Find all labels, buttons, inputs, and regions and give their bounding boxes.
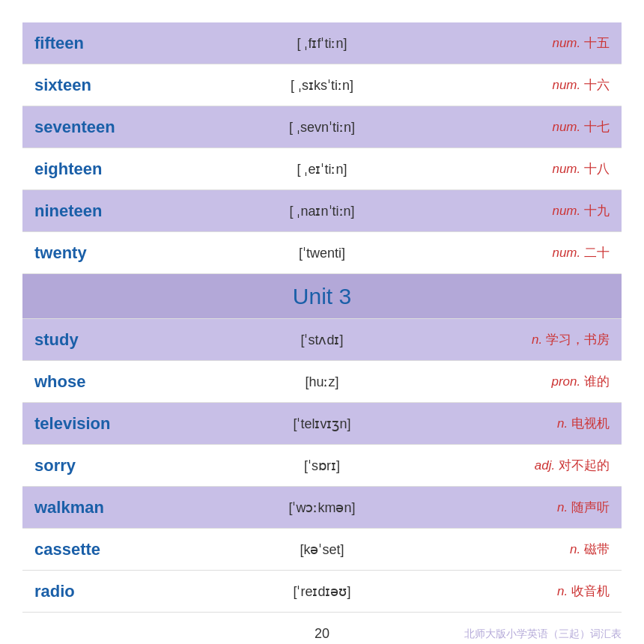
zh-study: 学习，书房 xyxy=(546,332,610,347)
vocab-row-radio: radio[ˈreɪdɪəʊ]n. 收音机 xyxy=(22,571,622,613)
page-number: 20 xyxy=(222,626,422,642)
pos-television: n. xyxy=(557,416,568,431)
word-whose: whose xyxy=(22,366,222,398)
word-study: study xyxy=(22,324,222,356)
vocab-row-walkman: walkman[ˈwɔːkmən]n. 随声听 xyxy=(22,487,622,529)
phonetic-nineteen: [ ˌnaɪnˈtiːn] xyxy=(222,197,422,225)
meaning-television: n. 电视机 xyxy=(422,409,622,438)
meaning-whose: pron. 谁的 xyxy=(422,367,622,396)
phonetic-television: [ˈtelɪvɪʒn] xyxy=(222,410,422,438)
word-sixteen: sixteen xyxy=(22,70,222,101)
zh-cassette: 磁带 xyxy=(584,542,610,556)
pos-walkman: n. xyxy=(557,500,568,514)
unit-header-text: Unit 3 xyxy=(22,275,622,318)
meaning-sixteen: num. 十六 xyxy=(422,70,622,100)
phonetic-sorry: [ˈsɒrɪ] xyxy=(222,452,422,480)
phonetic-twenty: [ˈtwenti] xyxy=(222,239,422,267)
vocab-row-cassette: cassette[kəˈset]n. 磁带 xyxy=(22,529,622,571)
zh-eighteen: 十八 xyxy=(584,162,610,176)
zh-twenty: 二十 xyxy=(584,246,610,260)
vocab-row-nineteen: nineteen[ ˌnaɪnˈtiːn]num. 十九 xyxy=(22,190,622,232)
pos-radio: n. xyxy=(557,584,568,598)
meaning-radio: n. 收音机 xyxy=(422,577,622,606)
zh-walkman: 随声听 xyxy=(571,500,610,514)
page-footer: 20 北师大版小学英语（三起）词汇表 xyxy=(22,626,622,642)
word-television: television xyxy=(22,408,222,440)
zh-radio: 收音机 xyxy=(571,584,610,598)
meaning-sorry: adj. 对不起的 xyxy=(422,451,622,480)
vocab-row-television: television[ˈtelɪvɪʒn]n. 电视机 xyxy=(22,403,622,445)
unit-header: Unit 3 xyxy=(22,274,622,319)
phonetic-walkman: [ˈwɔːkmən] xyxy=(222,493,422,522)
meaning-cassette: n. 磁带 xyxy=(422,535,622,564)
phonetic-whose: [huːz] xyxy=(222,368,422,396)
meaning-nineteen: num. 十九 xyxy=(422,196,622,225)
word-walkman: walkman xyxy=(22,492,222,523)
vocab-row-sixteen: sixteen[ ˌsɪksˈtiːn]num. 十六 xyxy=(22,64,622,106)
meaning-walkman: n. 随声听 xyxy=(422,493,622,522)
pos-fifteen: num. xyxy=(552,36,580,50)
pos-cassette: n. xyxy=(570,542,580,556)
pos-sorry: adj. xyxy=(535,458,555,473)
meaning-eighteen: num. 十八 xyxy=(422,154,622,183)
vocab-row-seventeen: seventeen[ ˌsevnˈtiːn]num. 十七 xyxy=(22,106,622,148)
pos-seventeen: num. xyxy=(552,120,580,134)
phonetic-seventeen: [ ˌsevnˈtiːn] xyxy=(222,113,422,142)
page-container: fifteen[ ˌfɪfˈtiːn]num. 十五sixteen[ ˌsɪks… xyxy=(22,22,622,644)
zh-sorry: 对不起的 xyxy=(559,458,610,473)
zh-sixteen: 十六 xyxy=(584,78,610,92)
vocab-row-twenty: twenty[ˈtwenti]num. 二十 xyxy=(22,232,622,274)
phonetic-radio: [ˈreɪdɪəʊ] xyxy=(222,577,422,606)
zh-whose: 谁的 xyxy=(584,374,610,389)
word-seventeen: seventeen xyxy=(22,112,222,143)
vocab-table: fifteen[ ˌfɪfˈtiːn]num. 十五sixteen[ ˌsɪks… xyxy=(22,22,622,274)
vocab-row-sorry: sorry[ˈsɒrɪ]adj. 对不起的 xyxy=(22,445,622,487)
pos-sixteen: num. xyxy=(552,78,580,92)
meaning-study: n. 学习，书房 xyxy=(422,325,622,354)
pos-twenty: num. xyxy=(552,246,580,260)
vocab-row-fifteen: fifteen[ ˌfɪfˈtiːn]num. 十五 xyxy=(22,22,622,64)
phonetic-sixteen: [ ˌsɪksˈtiːn] xyxy=(222,71,422,100)
pos-study: n. xyxy=(532,332,542,347)
pos-eighteen: num. xyxy=(552,162,580,176)
zh-television: 电视机 xyxy=(571,416,610,431)
vocab-row-eighteen: eighteen[ ˌeɪˈtiːn]num. 十八 xyxy=(22,148,622,190)
word-nineteen: nineteen xyxy=(22,195,222,227)
word-eighteen: eighteen xyxy=(22,154,222,185)
phonetic-cassette: [kəˈset] xyxy=(222,535,422,564)
phonetic-study: [ˈstʌdɪ] xyxy=(222,326,422,354)
phonetic-fifteen: [ ˌfɪfˈtiːn] xyxy=(222,29,422,58)
zh-nineteen: 十九 xyxy=(584,204,610,218)
meaning-fifteen: num. 十五 xyxy=(422,28,622,58)
meaning-twenty: num. 二十 xyxy=(422,238,622,267)
zh-fifteen: 十五 xyxy=(584,36,610,50)
zh-seventeen: 十七 xyxy=(584,120,610,134)
word-cassette: cassette xyxy=(22,534,222,565)
word-radio: radio xyxy=(22,576,222,607)
vocab-row-study: study[ˈstʌdɪ]n. 学习，书房 xyxy=(22,319,622,361)
pos-whose: pron. xyxy=(552,374,581,389)
meaning-seventeen: num. 十七 xyxy=(422,112,622,142)
footer-brand: 北师大版小学英语（三起）词汇表 xyxy=(422,628,622,641)
word-fifteen: fifteen xyxy=(22,28,222,59)
pos-nineteen: num. xyxy=(552,204,580,218)
vocab-row-whose: whose[huːz]pron. 谁的 xyxy=(22,361,622,403)
word-twenty: twenty xyxy=(22,237,222,269)
vocab-table-unit3: Unit 3study[ˈstʌdɪ]n. 学习，书房whose[huːz]pr… xyxy=(22,274,622,613)
phonetic-eighteen: [ ˌeɪˈtiːn] xyxy=(222,155,422,183)
word-sorry: sorry xyxy=(22,450,222,482)
